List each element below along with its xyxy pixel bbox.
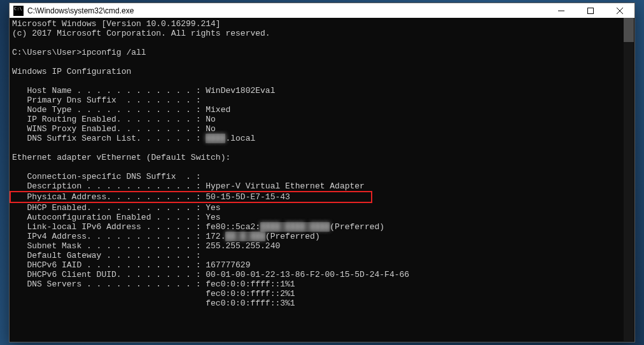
minimize-button[interactable] [547,3,576,18]
command-prompt-window: C:\Windows\system32\cmd.exe Microsoft Wi… [9,3,635,342]
config-line-ipv6: Link-local IPv6 Address . . . . . : fe80… [12,222,384,232]
window-controls [547,3,634,18]
close-button[interactable] [605,3,634,18]
config-line-ipv4: IPv4 Address. . . . . . . . . . . : 172.… [12,232,320,241]
config-line-gateway: Default Gateway . . . . . . . . . : [12,251,200,260]
obscured-text: ████:████:████ [260,222,330,232]
config-line-dns-servers-2: fec0:0:0:ffff::2%1 [12,289,295,299]
config-line-node-type: Node Type . . . . . . . . . . . . : Mixe… [12,105,230,115]
obscured-text: ██.█.███ [225,232,265,241]
line: (c) 2017 Microsoft Corporation. All righ… [12,29,270,38]
adapter-header: Ethernet adapter vEthernet (Default Swit… [12,153,230,162]
titlebar[interactable]: C:\Windows\system32\cmd.exe [10,3,634,18]
config-line-dns-search: DNS Suffix Search List. . . . . . : ████… [12,134,255,143]
close-icon [617,8,623,14]
config-line-dns-suffix: Primary Dns Suffix . . . . . . . : [12,95,200,105]
config-line-wins-proxy: WINS Proxy Enabled. . . . . . . . : No [12,124,216,134]
svg-rect-1 [588,8,594,13]
config-line-ip-routing: IP Routing Enabled. . . . . . . . : No [12,115,216,124]
config-line-autoconfig: Autoconfiguration Enabled . . . . : Yes [12,213,221,222]
obscured-text: ████ [206,134,225,143]
config-line-subnet: Subnet Mask . . . . . . . . . . . : 255.… [12,241,280,251]
cmd-icon [13,6,24,16]
minimize-icon [558,8,564,14]
vertical-scrollbar[interactable] [624,18,634,341]
config-line-dhcpv6-iaid: DHCPv6 IAID . . . . . . . . . . . : 1677… [12,260,250,270]
config-line-dns-servers-3: fec0:0:0:ffff::3%1 [12,299,295,308]
window-title: C:\Windows\system32\cmd.exe [27,6,547,15]
config-line-dhcp: DHCP Enabled. . . . . . . . . . . : Yes [12,203,221,213]
maximize-icon [587,8,594,14]
config-line-hostname: Host Name . . . . . . . . . . . . : WinD… [12,86,275,95]
prompt-line: C:\Users\User>ipconfig /all [12,48,146,57]
terminal-output[interactable]: Microsoft Windows [Version 10.0.16299.21… [10,18,634,342]
scrollbar-thumb[interactable] [624,18,634,42]
config-line-conn-suffix: Connection-specific DNS Suffix . : [12,172,200,181]
maximize-button[interactable] [576,3,605,18]
config-line-description: Description . . . . . . . . . . . : Hype… [12,181,365,191]
section-header: Windows IP Configuration [12,67,131,76]
line: Microsoft Windows [Version 10.0.16299.21… [12,19,221,29]
config-line-dns-servers: DNS Servers . . . . . . . . . . . : fec0… [12,279,295,289]
highlighted-physical-address: Physical Address. . . . . . . . . : 50-1… [10,191,372,203]
config-line-dhcpv6-duid: DHCPv6 Client DUID. . . . . . . . : 00-0… [12,270,409,279]
